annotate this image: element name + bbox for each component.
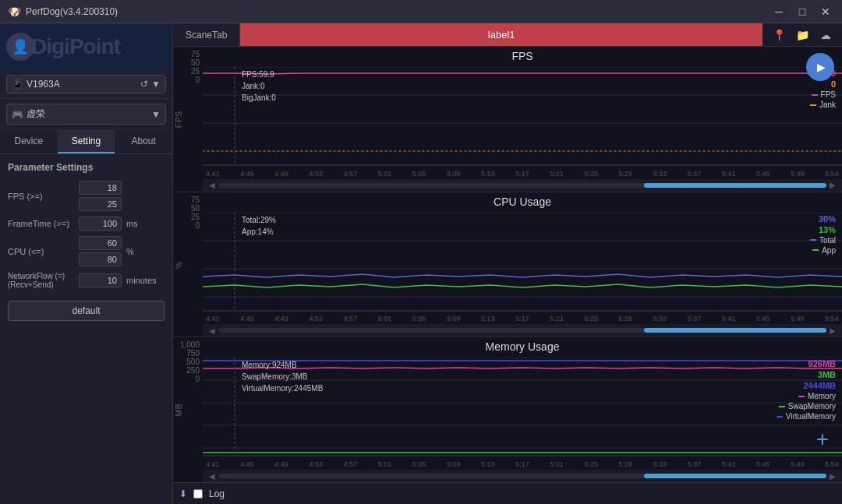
mem-y-label: MB bbox=[175, 404, 183, 417]
close-button[interactable]: ✕ bbox=[817, 3, 834, 20]
fps-legend-jank: Jank bbox=[810, 100, 836, 109]
virtual-legend-label: VirtualMemory bbox=[786, 412, 836, 421]
mem-scrollbar[interactable]: ◀ ▶ bbox=[203, 470, 842, 482]
mem-legend: 926MB 3MB 2444MB Memory SwapMemory bbox=[777, 359, 836, 421]
fps-y-25: 25 bbox=[191, 67, 200, 76]
mem-chart-inner: Memory Usage bbox=[203, 337, 842, 482]
cpu-y-50: 50 bbox=[191, 204, 200, 213]
scene-tab[interactable]: ScaneTab bbox=[173, 23, 240, 46]
device-select-row: 📱 V1963A ↺ ▼ bbox=[0, 70, 172, 99]
mem-scrollbar-track bbox=[218, 474, 826, 478]
app-logo: 👤 DigiPoint bbox=[0, 23, 172, 70]
cpu-y-label: % bbox=[175, 261, 183, 269]
fps-scrollbar-thumb[interactable] bbox=[644, 183, 826, 188]
logo-text: DigiPoint bbox=[31, 34, 120, 59]
mem-y-axis-wrap: 1,000 750 500 250 0 MB bbox=[173, 337, 203, 482]
fps-legend-dot bbox=[812, 94, 818, 96]
tab-about[interactable]: About bbox=[115, 130, 172, 153]
jank-legend-label: Jank bbox=[819, 100, 836, 109]
app-legend-dot bbox=[812, 249, 819, 251]
tab-device[interactable]: Device bbox=[0, 130, 58, 153]
mem-legend-dot bbox=[798, 396, 805, 397]
swap-legend-dot bbox=[779, 406, 785, 407]
fps-scrollbar-track bbox=[218, 183, 826, 188]
cpu-chart: 75 50 25 0 % CPU Usage bbox=[173, 192, 842, 338]
app-name: 虚荣 bbox=[27, 107, 45, 121]
cpu-scrollbar-track bbox=[218, 328, 826, 333]
device-select[interactable]: 📱 V1963A ↺ ▼ bbox=[6, 75, 166, 93]
cpu-y-0: 0 bbox=[195, 221, 200, 230]
mem-y-750: 750 bbox=[186, 349, 200, 358]
avatar: 👤 bbox=[6, 33, 34, 61]
fps-chart-inner: FPS bbox=[203, 47, 842, 192]
network-input[interactable] bbox=[79, 273, 122, 287]
fps-input-2[interactable] bbox=[79, 197, 122, 211]
mem-ann-2: SwapMemory:3MB bbox=[242, 371, 323, 382]
cpu-input-1[interactable] bbox=[79, 236, 122, 250]
title-bar-left: 🐶 PerfDog(v3.4.200310) bbox=[8, 5, 118, 18]
log-checkbox[interactable] bbox=[193, 489, 203, 499]
mem-ann-1: Memory:924MB bbox=[242, 359, 323, 371]
cpu-scroll-right[interactable]: ▶ bbox=[826, 326, 839, 335]
cpu-legend: 30% 13% Total App bbox=[810, 214, 836, 255]
app-icon: 🐶 bbox=[8, 5, 21, 18]
minimize-button[interactable]: ─ bbox=[770, 3, 787, 20]
cpu-app-value: 13% bbox=[819, 225, 836, 234]
fps-scroll-left[interactable]: ◀ bbox=[206, 181, 218, 189]
maximize-button[interactable]: □ bbox=[794, 3, 811, 20]
play-button[interactable] bbox=[806, 53, 834, 81]
fps-label: FPS (>=) bbox=[8, 192, 74, 201]
refresh-icon[interactable]: ↺ bbox=[140, 79, 148, 90]
mem-chart-title: Memory Usage bbox=[203, 337, 842, 354]
log-label: Log bbox=[209, 488, 225, 499]
fps-ann-2: Jank:0 bbox=[242, 80, 276, 92]
chevron-down-icon[interactable]: ▼ bbox=[151, 79, 161, 90]
mem-scroll-left[interactable]: ◀ bbox=[206, 472, 218, 481]
location-icon[interactable]: 📍 bbox=[770, 26, 787, 44]
cpu-y-75: 75 bbox=[191, 196, 200, 204]
fps-annotation: FPS:59.9 Jank:0 BigJank:0 bbox=[242, 69, 276, 104]
frametime-input[interactable] bbox=[79, 217, 122, 231]
mem-scrollbar-thumb[interactable] bbox=[644, 474, 826, 478]
cpu-label: CPU (<=) bbox=[8, 247, 74, 256]
fps-y-label: FPS bbox=[175, 111, 183, 128]
mem-y-axis: 1,000 750 500 250 0 bbox=[173, 337, 203, 397]
cpu-y-25: 25 bbox=[191, 213, 200, 221]
mem-value: 926MB bbox=[808, 359, 836, 368]
cpu-scroll-left[interactable]: ◀ bbox=[206, 326, 218, 335]
cpu-input-2[interactable] bbox=[79, 252, 122, 266]
add-chart-button[interactable]: + bbox=[811, 428, 834, 451]
param-section-title: Parameter Settings bbox=[8, 162, 165, 173]
fps-input-1[interactable] bbox=[79, 181, 122, 195]
cpu-chart-title: CPU Usage bbox=[203, 192, 842, 210]
fps-scroll-right[interactable]: ▶ bbox=[826, 181, 839, 189]
network-label: NetworkFlow (=)(Recv+Send) bbox=[8, 272, 74, 289]
fps-scrollbar[interactable]: ◀ ▶ bbox=[203, 179, 842, 192]
cpu-scrollbar[interactable]: ◀ ▶ bbox=[203, 324, 842, 337]
fps-ann-1: FPS:59.9 bbox=[242, 69, 276, 80]
sidebar-tabs: Device Setting About bbox=[0, 130, 172, 154]
app-chevron-icon[interactable]: ▼ bbox=[151, 109, 161, 120]
cpu-scrollbar-thumb[interactable] bbox=[644, 328, 826, 333]
default-button[interactable]: default bbox=[8, 301, 165, 321]
folder-icon[interactable]: 📁 bbox=[794, 26, 811, 44]
mem-ann-3: VirtualMemory:2445MB bbox=[242, 382, 323, 394]
tab-setting[interactable]: Setting bbox=[58, 130, 115, 153]
sidebar: 👤 DigiPoint 📱 V1963A ↺ ▼ 🎮 虚荣 ▼ bbox=[0, 23, 173, 504]
cpu-unit: % bbox=[126, 247, 134, 256]
cloud-icon[interactable]: ☁ bbox=[817, 26, 834, 44]
cpu-legend-total: Total bbox=[810, 236, 836, 245]
mem-scroll-right[interactable]: ▶ bbox=[826, 472, 839, 481]
mem-y-0: 0 bbox=[195, 375, 200, 383]
fps-y-0: 0 bbox=[195, 76, 200, 84]
swap-legend-label: SwapMemory bbox=[788, 402, 836, 411]
fps-jank-value: 0 bbox=[831, 79, 836, 89]
app-select[interactable]: 🎮 虚荣 ▼ bbox=[6, 104, 166, 125]
expand-icon[interactable]: ⬇ bbox=[179, 488, 187, 499]
virtual-legend-dot bbox=[777, 416, 783, 418]
fps-y-75: 75 bbox=[191, 50, 200, 58]
app-select-row: 🎮 虚荣 ▼ bbox=[0, 99, 172, 130]
app-title: PerfDog(v3.4.200310) bbox=[26, 6, 118, 17]
fps-ann-3: BigJank:0 bbox=[242, 92, 276, 104]
mem-y-250: 250 bbox=[186, 366, 200, 375]
